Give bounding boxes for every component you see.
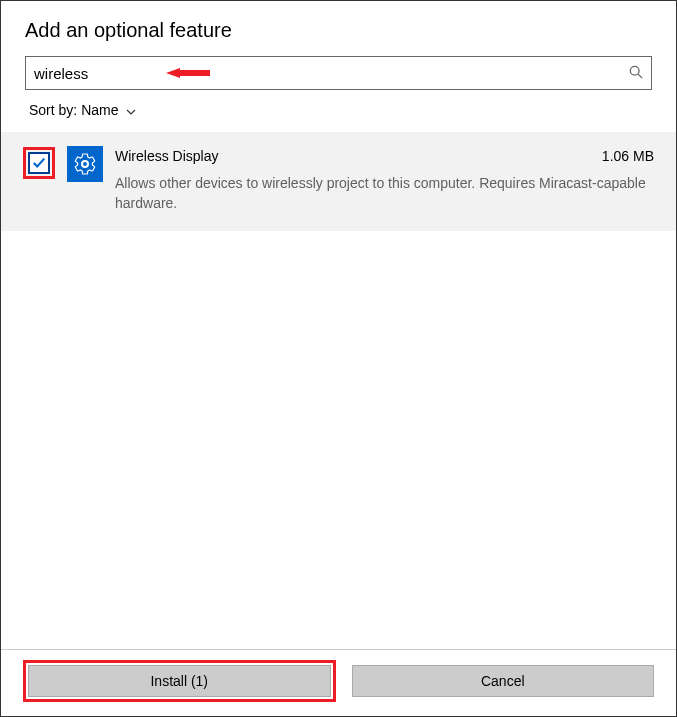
svg-point-1 bbox=[630, 66, 639, 75]
feature-item[interactable]: Wireless Display 1.06 MB Allows other de… bbox=[1, 132, 676, 231]
annotation-highlight: Install (1) bbox=[23, 660, 336, 702]
search-icon[interactable] bbox=[629, 65, 643, 82]
cancel-button[interactable]: Cancel bbox=[352, 665, 655, 697]
annotation-highlight bbox=[23, 147, 55, 179]
feature-name: Wireless Display bbox=[115, 148, 218, 164]
page-title: Add an optional feature bbox=[25, 19, 652, 42]
sort-by[interactable]: Sort by: Name bbox=[25, 102, 652, 118]
sort-prefix: Sort by: bbox=[29, 102, 77, 118]
footer: Install (1) Cancel bbox=[1, 649, 676, 716]
chevron-down-icon bbox=[126, 102, 136, 118]
install-button[interactable]: Install (1) bbox=[28, 665, 331, 697]
svg-line-2 bbox=[638, 74, 642, 78]
search-box[interactable] bbox=[25, 56, 652, 90]
gear-icon bbox=[67, 146, 103, 182]
feature-checkbox[interactable] bbox=[28, 152, 50, 174]
feature-size: 1.06 MB bbox=[602, 148, 654, 164]
feature-list: Wireless Display 1.06 MB Allows other de… bbox=[1, 132, 676, 231]
search-input[interactable] bbox=[34, 65, 621, 82]
sort-value: Name bbox=[81, 102, 118, 118]
feature-description: Allows other devices to wirelessly proje… bbox=[115, 174, 654, 213]
